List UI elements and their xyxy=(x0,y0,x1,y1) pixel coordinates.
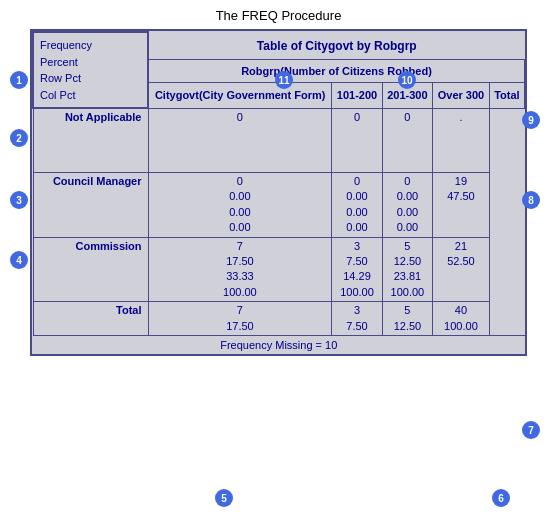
data-cell: . xyxy=(433,108,490,173)
annotation-8: 8 xyxy=(522,191,540,209)
data-cell: 1947.50 xyxy=(433,173,490,238)
row-label-not-applicable: Not Applicable xyxy=(33,108,148,173)
data-cell: 2152.50 xyxy=(433,237,490,302)
table-row: Council Manager 00.000.000.00 00.000.000… xyxy=(33,173,525,238)
data-cell: 0 xyxy=(382,108,432,173)
data-cell: 00.000.000.00 xyxy=(332,173,382,238)
annotation-1: 1 xyxy=(10,71,28,89)
col-header-101-200: 101-200 xyxy=(332,82,382,108)
data-cell: 717.5033.33100.00 xyxy=(148,237,332,302)
data-cell: 40100.00 xyxy=(433,302,490,336)
annotation-5: 5 xyxy=(215,489,233,507)
legend-text: FrequencyPercentRow PctCol Pct xyxy=(40,39,92,101)
table-title-cell: Table of Citygovt by Robgrp xyxy=(148,32,525,60)
data-cell: 512.50 xyxy=(382,302,432,336)
page-title: The FREQ Procedure xyxy=(8,8,549,23)
legend-cell: FrequencyPercentRow PctCol Pct xyxy=(33,32,148,108)
page-wrapper: The FREQ Procedure FrequencyPercentRow P… xyxy=(0,0,557,520)
annotation-10: 10 xyxy=(398,71,416,89)
annotation-9: 9 xyxy=(522,111,540,129)
data-cell: 717.50 xyxy=(148,302,332,336)
data-cell: 37.5014.29100.00 xyxy=(332,237,382,302)
freq-missing-cell: Frequency Missing = 10 xyxy=(33,335,525,354)
row-label-commission: Commission xyxy=(33,237,148,302)
citygovt-header: Citygovt(City Government Form) xyxy=(148,82,332,108)
table-row-total: Total 717.50 37.50 512.50 40100.00 xyxy=(33,302,525,336)
data-cell: 0 xyxy=(148,108,332,173)
annotation-11: 11 xyxy=(275,71,293,89)
data-cell: 00.000.000.00 xyxy=(382,173,432,238)
row-label-total: Total xyxy=(33,302,148,336)
table-title-row: FrequencyPercentRow PctCol Pct Table of … xyxy=(33,32,525,60)
data-cell: 00.000.000.00 xyxy=(148,173,332,238)
table-row: Commission 717.5033.33100.00 37.5014.291… xyxy=(33,237,525,302)
col-header-over-300: Over 300 xyxy=(433,82,490,108)
annotation-6: 6 xyxy=(492,489,510,507)
table-row: Not Applicable 0 0 0 . xyxy=(33,108,525,173)
robgrp-header: Robgrp(Number of Citizens Robbed) xyxy=(148,60,525,83)
col-header-total: Total xyxy=(489,82,524,108)
annotation-4: 4 xyxy=(10,251,28,269)
row-label-council-manager: Council Manager xyxy=(33,173,148,238)
data-cell: 0 xyxy=(332,108,382,173)
data-cell: 37.50 xyxy=(332,302,382,336)
annotation-2: 2 xyxy=(10,129,28,147)
annotation-7: 7 xyxy=(522,421,540,439)
freq-missing-row: Frequency Missing = 10 xyxy=(33,335,525,354)
data-cell: 512.5023.81100.00 xyxy=(382,237,432,302)
annotation-3: 3 xyxy=(10,191,28,209)
